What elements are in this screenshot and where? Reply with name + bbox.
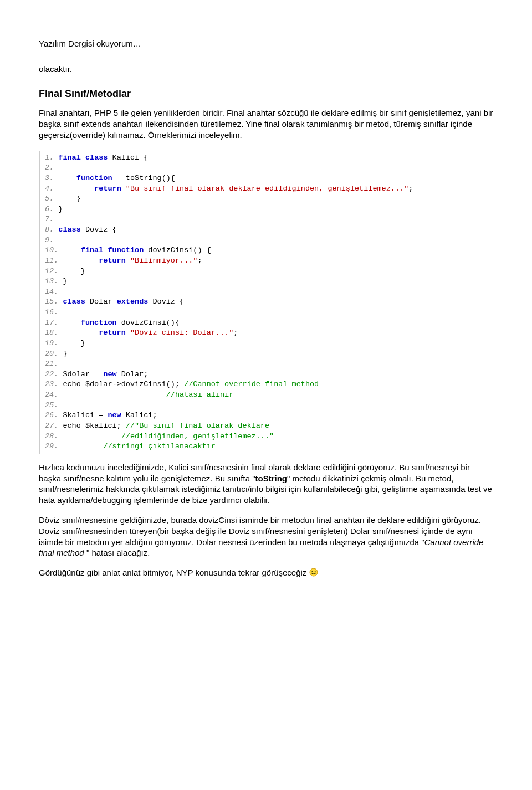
code-text [63, 442, 103, 450]
line-number: 16. [45, 308, 63, 316]
bold-term: toString [255, 474, 288, 483]
line-number: 13. [45, 277, 63, 285]
code-keyword: class [85, 153, 108, 162]
code-line: 3. function __toString(){ [45, 173, 493, 184]
code-string: "Döviz cinsi: Dolar..." [130, 329, 233, 337]
code-text: Kalici { [108, 153, 148, 162]
paragraph-1: Hızlıca kodumuzu incelediğimizde, Kalici… [39, 462, 493, 506]
line-number: 5. [45, 194, 58, 203]
line-number: 12. [45, 267, 63, 275]
code-comment: //edildiğinden, genişletilemez..." [121, 432, 274, 440]
code-line: 22. $dolar = new Dolar; [45, 370, 493, 380]
code-text: Kalici; [121, 411, 157, 419]
line-number: 15. [45, 297, 63, 306]
code-text: } [63, 267, 85, 275]
closing-paragraph: Gördüğünüz gibi anlat anlat bitmiyor, NY… [39, 567, 493, 578]
code-keyword: class [63, 297, 85, 306]
text: " hatası alacağız. [84, 548, 150, 557]
code-text [63, 432, 121, 440]
code-line: 16. [45, 307, 493, 318]
line-number: 26. [45, 411, 63, 419]
code-text [126, 329, 130, 337]
code-text: $dolar = [63, 370, 103, 378]
line-number: 2. [45, 163, 58, 172]
code-line: 21. [45, 359, 493, 370]
code-text: } [58, 194, 81, 203]
code-comment: //Cannot override final method [184, 380, 319, 388]
code-text [63, 257, 99, 265]
code-line: 2. [45, 163, 493, 173]
line-number: 27. [45, 422, 63, 430]
code-text: } [63, 277, 67, 285]
code-line: 25. [45, 401, 493, 411]
code-text [58, 184, 94, 193]
code-text: } [58, 205, 63, 213]
code-string: "Bilinmiyor..." [130, 257, 198, 265]
svg-point-1 [311, 571, 313, 572]
code-line: 8. class Doviz { [45, 225, 493, 235]
svg-point-0 [310, 568, 318, 576]
code-keyword: new [103, 370, 116, 378]
code-keyword: return [94, 184, 121, 193]
line-number: 17. [45, 319, 63, 327]
code-text: } [63, 339, 85, 347]
code-block: 1. final class Kalici {2. 3. function __… [39, 151, 493, 454]
code-text [81, 153, 85, 162]
code-text [63, 329, 99, 337]
code-line: 4. return "Bu sınıf final olarak deklare… [45, 184, 493, 194]
code-text: echo $kalici; [63, 422, 125, 430]
section-heading: Final Sınıf/Metodlar [39, 88, 493, 100]
code-text: $kalici = [63, 411, 108, 419]
code-text [58, 174, 76, 182]
code-text [63, 319, 80, 327]
code-text: Dolar; [117, 370, 149, 378]
line-number: 6. [45, 205, 58, 213]
line-number: 1. [45, 153, 58, 162]
code-keyword: function [108, 246, 144, 254]
code-keyword: return [99, 257, 126, 265]
code-line: 20. } [45, 349, 493, 360]
line-number: 9. [45, 236, 58, 244]
code-line: 11. return "Bilinmiyor..."; [45, 256, 493, 266]
code-line: 28. //edildiğinden, genişletilemez..." [45, 432, 493, 442]
line-number: 29. [45, 442, 63, 450]
code-keyword: new [108, 411, 121, 419]
code-line: 14. [45, 287, 493, 297]
code-keyword: function [81, 319, 117, 327]
code-line: 26. $kalici = new Kalici; [45, 411, 493, 421]
paragraph-2: Döviz sınıf/nesnesine geldiğimizde, bura… [39, 515, 493, 558]
document-page: Yazılım Dergisi okuyorum… olacaktır. Fin… [0, 0, 532, 609]
line-number: 10. [45, 246, 63, 254]
text: Döviz sınıf/nesnesine geldiğimizde, bura… [39, 515, 481, 547]
code-line: 29. //stringi çıktılanacaktır [45, 442, 493, 452]
line-number: 3. [45, 174, 58, 182]
code-comment: //"Bu sınıf final olarak deklare [126, 422, 269, 430]
code-text: dovizCinsi() { [144, 246, 211, 254]
code-text [126, 257, 130, 265]
line-number: 23. [45, 380, 63, 388]
intro-paragraph: Final anahtarı, PHP 5 ile gelen yenilikl… [39, 107, 493, 140]
code-line: 15. class Dolar extends Doviz { [45, 297, 493, 307]
code-line: 6. } [45, 204, 493, 215]
closing-text: Gördüğünüz gibi anlat anlat bitmiyor, NY… [39, 568, 309, 577]
code-line: 12. } [45, 266, 493, 277]
code-keyword: function [76, 174, 112, 182]
line-number: 4. [45, 184, 58, 193]
line-number: 14. [45, 288, 63, 296]
code-line: 7. [45, 214, 493, 225]
code-keyword: return [99, 329, 126, 337]
line-number: 22. [45, 370, 63, 378]
svg-point-2 [314, 571, 315, 572]
code-text: __toString(){ [112, 174, 175, 182]
code-line: 10. final function dovizCinsi() { [45, 245, 493, 256]
code-line: 9. [45, 235, 493, 246]
code-text: echo $dolar->dovizCinsi(); [63, 380, 184, 388]
line-number: 28. [45, 432, 63, 440]
code-text: ; [408, 184, 413, 193]
code-line: 17. function dovizCinsi(){ [45, 318, 493, 329]
code-text [121, 184, 126, 193]
code-comment: //hatası alınır [166, 391, 234, 399]
line-number: 11. [45, 257, 63, 265]
code-keyword: final [58, 153, 81, 162]
code-line: 13. } [45, 276, 493, 287]
